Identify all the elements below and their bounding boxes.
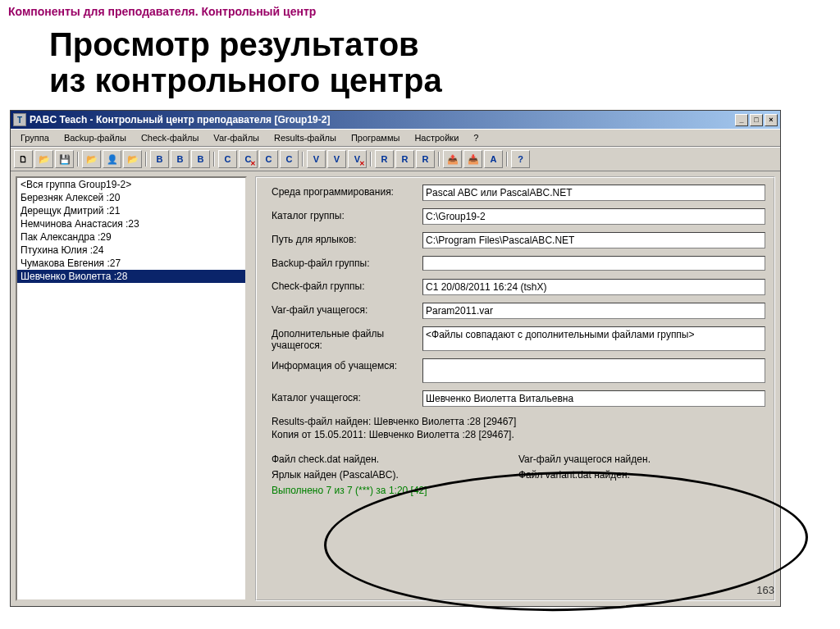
menu-programs[interactable]: Программы <box>345 131 406 144</box>
results-status: Results-файл найден: Шевченко Виолетта :… <box>272 414 765 496</box>
slide-breadcrumb: Компоненты для преподавателя. Контрольны… <box>0 0 840 18</box>
student-list[interactable]: <Вся группа Group19-2> Березняк Алексей … <box>16 176 247 601</box>
r-all-button[interactable]: R <box>416 150 435 168</box>
info-label: Информация об учащемся: <box>272 358 422 371</box>
c-run-button[interactable]: C <box>259 150 278 168</box>
menu-check[interactable]: Check-файлы <box>135 131 205 144</box>
dir-value: C:\Group19-2 <box>422 208 765 225</box>
results-line1: Results-файл найден: Шевченко Виолетта :… <box>272 414 765 427</box>
separator <box>144 150 148 168</box>
add-value: <Файлы совпадают с дополнительными файла… <box>422 326 765 351</box>
help-button[interactable]: ? <box>511 150 530 168</box>
user-icon[interactable]: 👤 <box>103 150 121 168</box>
variant-found: Файл variant.dat найден. <box>518 467 765 481</box>
v-del-button[interactable]: V <box>348 150 367 168</box>
list-item[interactable]: Березняк Алексей :20 <box>17 191 245 204</box>
sdir-value: Шевченко Виолетта Витальевна <box>422 390 765 407</box>
toolbar: 🗋 📂 💾 📂 👤 📂 B B B C C C C V V V R R R 📤 … <box>11 147 780 171</box>
c-del-button[interactable]: C <box>239 150 258 168</box>
menu-var[interactable]: Var-файлы <box>207 131 266 144</box>
results-line2: Копия от 15.05.2011: Шевченко Виолетта :… <box>272 427 765 440</box>
done-status: Выполнено 7 из 7 (***) за 1:20 [42] <box>272 483 765 496</box>
app-icon: T <box>13 113 26 126</box>
a-button[interactable]: A <box>484 150 503 168</box>
separator <box>504 150 509 168</box>
new-icon[interactable]: 🗋 <box>14 150 33 168</box>
list-header[interactable]: <Вся группа Group19-2> <box>17 178 245 191</box>
b-all-button[interactable]: B <box>191 150 210 168</box>
list-item[interactable]: Немчинова Анастасия :23 <box>17 217 245 230</box>
env-label: Среда программирования: <box>272 185 422 198</box>
bkp-value <box>422 256 765 271</box>
app-window: T PABC Teach - Контрольный центр препода… <box>10 110 781 607</box>
chk-value: C1 20/08/2011 16:24 (tshX) <box>422 279 765 295</box>
check-found: Файл check.dat найден. <box>272 452 518 465</box>
separator <box>368 150 373 168</box>
list-item[interactable]: Пак Александра :29 <box>17 230 245 244</box>
var-label: Var-файл учащегося: <box>272 303 422 316</box>
menu-backup[interactable]: Backup-файлы <box>57 131 133 144</box>
maximize-button[interactable]: □ <box>750 114 763 126</box>
save-icon[interactable]: 💾 <box>55 150 74 168</box>
menu-settings[interactable]: Настройки <box>408 131 465 144</box>
list-item[interactable]: Дерещук Дмитрий :21 <box>17 204 245 217</box>
page-number: 163 <box>756 584 774 596</box>
separator <box>212 150 217 168</box>
detail-panel: Среда программирования: Pascal ABC или P… <box>255 176 775 601</box>
open-icon[interactable]: 📂 <box>34 150 53 168</box>
env-value: Pascal ABC или PascalABC.NET <box>422 185 765 201</box>
list-item-selected[interactable]: Шевченко Виолетта :28 <box>17 270 245 283</box>
slide-title: Просмотр результатов из контрольного цен… <box>0 18 840 110</box>
r-run-button[interactable]: R <box>395 150 414 168</box>
var-found: Var-файл учащегося найден. <box>518 452 765 465</box>
export-icon[interactable]: 📤 <box>443 150 462 168</box>
close-button[interactable]: × <box>765 114 778 126</box>
r-button[interactable]: R <box>375 150 394 168</box>
path-label: Путь для ярлыков: <box>272 232 422 245</box>
titlebar: T PABC Teach - Контрольный центр препода… <box>11 111 780 129</box>
import-icon[interactable]: 📥 <box>463 150 482 168</box>
shortcut-found: Ярлык найден (PascalABC). <box>272 467 518 481</box>
minimize-button[interactable]: _ <box>735 114 748 126</box>
window-title: PABC Teach - Контрольный центр преподава… <box>30 114 735 125</box>
var-value: Param2011.var <box>422 303 765 319</box>
b-button[interactable]: B <box>150 150 169 168</box>
open2-icon[interactable]: 📂 <box>82 150 101 168</box>
menu-group[interactable]: Группа <box>14 131 56 144</box>
separator <box>75 150 80 168</box>
c-all-button[interactable]: C <box>280 150 299 168</box>
separator <box>300 150 305 168</box>
add-label: Дополнительные файлы учащегося: <box>272 326 422 351</box>
b-run-button[interactable]: B <box>171 150 189 168</box>
client-area: <Вся группа Group19-2> Березняк Алексей … <box>11 171 780 606</box>
v-button[interactable]: V <box>307 150 326 168</box>
separator <box>436 150 441 168</box>
v-run-button[interactable]: V <box>327 150 346 168</box>
bkp-label: Backup-файл группы: <box>272 256 422 269</box>
open3-icon[interactable]: 📂 <box>123 150 142 168</box>
path-value: C:\Program Files\PascalABC.NET <box>422 232 765 248</box>
menu-results[interactable]: Results-файлы <box>267 131 343 144</box>
chk-label: Check-файл группы: <box>272 279 422 292</box>
menubar: Группа Backup-файлы Check-файлы Var-файл… <box>11 129 780 147</box>
list-item[interactable]: Чумакова Евгения :27 <box>17 257 245 270</box>
c-button[interactable]: C <box>218 150 237 168</box>
info-value <box>422 358 765 383</box>
list-item[interactable]: Птухина Юлия :24 <box>17 244 245 257</box>
dir-label: Каталог группы: <box>272 208 422 221</box>
window-controls: _ □ × <box>735 114 778 126</box>
sdir-label: Каталог учащегося: <box>272 390 422 403</box>
menu-help[interactable]: ? <box>467 131 485 144</box>
